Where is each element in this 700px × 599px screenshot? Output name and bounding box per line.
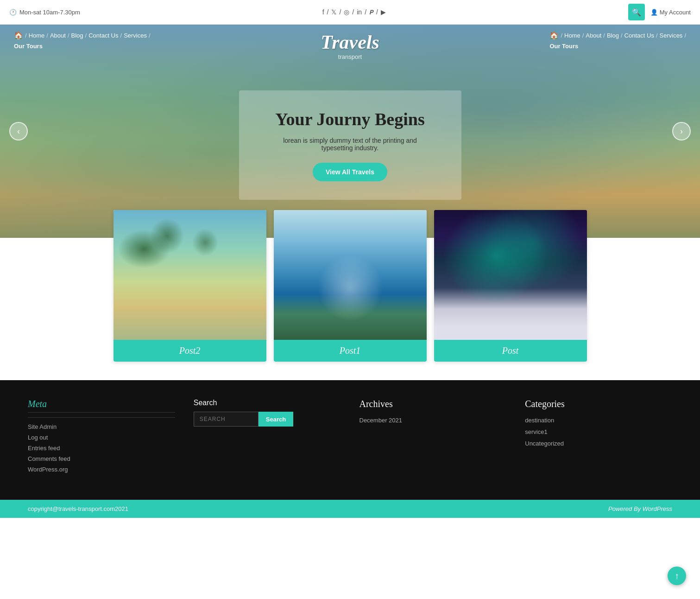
svg-point-14 <box>178 325 183 329</box>
post-card-3-svg <box>434 210 587 340</box>
linkedin-icon[interactable]: in <box>357 8 362 16</box>
nav-services-right[interactable]: Services <box>660 32 683 39</box>
post-card-3[interactable]: Post <box>434 210 587 362</box>
facebook-icon[interactable]: f <box>322 8 324 16</box>
topbar-search-button[interactable]: 🔍 <box>628 4 645 20</box>
site-subtitle: transport <box>321 53 379 60</box>
svg-rect-1 <box>114 284 266 312</box>
svg-point-27 <box>364 280 369 284</box>
home-icon-right[interactable]: 🏠 <box>549 31 559 40</box>
nav-services-left[interactable]: Services <box>124 32 147 39</box>
post-card-2-label: Post1 <box>274 340 427 362</box>
svg-point-34 <box>577 221 578 223</box>
instagram-icon[interactable]: ◎ <box>344 8 349 16</box>
nav-tours-left[interactable]: Our Tours <box>14 43 43 50</box>
hero-content-box: Your Journy Begins lorean is simply dumm… <box>239 90 461 200</box>
sep2: / <box>339 8 341 16</box>
nav-about-left[interactable]: About <box>50 32 66 39</box>
footer-search-input[interactable] <box>194 412 259 427</box>
footer-search-title: Search <box>194 399 341 407</box>
post-card-2[interactable]: Post1 <box>274 210 427 362</box>
footer-categories-title: Categories <box>525 399 672 409</box>
svg-rect-11 <box>171 305 190 318</box>
hero-description: lorean is simply dummy text of the print… <box>267 137 434 152</box>
copyright-text: copyright@travels-transport.com2021 <box>28 505 128 512</box>
view-all-travels-button[interactable]: View All Travels <box>313 163 387 181</box>
nav-row-right: 🏠 / Home / About / Blog / Contact Us / S… <box>549 31 686 40</box>
svg-point-23 <box>319 254 335 263</box>
svg-point-5 <box>133 248 172 265</box>
svg-point-13 <box>176 322 185 331</box>
svg-rect-19 <box>311 266 334 284</box>
nav-home-left[interactable]: Home <box>29 32 45 39</box>
footer-cat-service1[interactable]: service1 <box>525 428 672 435</box>
footer-search-row: Search <box>194 412 341 427</box>
nav-tours-left-row: Our Tours <box>14 43 151 50</box>
sep1: / <box>327 8 329 16</box>
post-card-3-label: Post <box>434 340 587 362</box>
twitter-icon[interactable]: 𝕏 <box>331 8 336 16</box>
footer-logout[interactable]: Log out <box>28 434 175 441</box>
nav-home-right[interactable]: Home <box>564 32 580 39</box>
nav-tours-right[interactable]: Our Tours <box>549 43 578 50</box>
svg-point-24 <box>351 259 366 268</box>
svg-point-4 <box>133 241 172 272</box>
footer: Meta Site Admin Log out Entries feed Com… <box>0 380 700 500</box>
svg-point-8 <box>164 236 201 259</box>
footer-comments-feed[interactable]: Comments feed <box>28 455 175 462</box>
hero-heading: Your Journy Begins <box>267 109 434 129</box>
my-account-link[interactable]: 👤 My Account <box>650 9 691 16</box>
youtube-icon[interactable]: ▶ <box>381 8 386 16</box>
svg-point-30 <box>447 219 448 220</box>
topbar: 🕐 Mon-sat 10am-7.30pm f / 𝕏 / ◎ / in / 𝙋… <box>0 0 700 25</box>
footer-wordpress-org[interactable]: WordPress.org <box>28 466 175 473</box>
svg-rect-28 <box>346 275 349 298</box>
post-card-1-label: Post2 <box>114 340 266 362</box>
svg-point-25 <box>338 280 344 286</box>
nav-contact-right[interactable]: Contact Us <box>624 32 654 39</box>
nav-contact-left[interactable]: Contact Us <box>88 32 118 39</box>
pinterest-icon[interactable]: 𝙋 <box>369 8 373 16</box>
footer-archives: Archives December 2021 <box>359 399 507 477</box>
svg-rect-18 <box>274 210 427 340</box>
footer-site-admin[interactable]: Site Admin <box>28 423 175 430</box>
svg-point-31 <box>471 226 472 227</box>
footer-entries-feed[interactable]: Entries feed <box>28 445 175 452</box>
nav-blog-left[interactable]: Blog <box>71 32 83 39</box>
sep4: / <box>365 8 366 16</box>
hero-section: 🏠 / Home / About / Blog / Contact Us / S… <box>0 25 700 238</box>
svg-point-16 <box>215 325 220 329</box>
svg-point-33 <box>554 228 555 229</box>
home-icon-left[interactable]: 🏠 <box>14 31 23 40</box>
footer-bottom: copyright@travels-transport.com2021 Powe… <box>0 500 700 518</box>
social-links[interactable]: f / 𝕏 / ◎ / in / 𝙋 / ▶ <box>322 8 386 16</box>
nav-left: 🏠 / Home / About / Blog / Contact Us / S… <box>14 31 151 50</box>
post-card-1[interactable]: Post2 <box>114 210 266 362</box>
svg-rect-21 <box>343 270 371 287</box>
footer-search-button[interactable]: Search <box>259 412 293 427</box>
post-card-3-image <box>434 210 587 340</box>
svg-point-36 <box>439 229 550 284</box>
post-card-1-image <box>114 210 266 340</box>
svg-rect-10 <box>169 300 229 326</box>
sep3: / <box>352 8 354 16</box>
nav-blog-right[interactable]: Blog <box>607 32 619 39</box>
footer-categories: Categories destination service1 Uncatego… <box>525 399 672 477</box>
clock-icon: 🕐 <box>9 9 17 16</box>
footer-cat-uncategorized[interactable]: Uncategorized <box>525 440 672 447</box>
topbar-right: 🔍 👤 My Account <box>628 4 691 20</box>
footer-archive-dec2021[interactable]: December 2021 <box>359 417 507 424</box>
hero-prev-button[interactable]: ‹ <box>9 122 28 140</box>
footer-meta: Meta Site Admin Log out Entries feed Com… <box>28 399 175 477</box>
hero-next-button[interactable]: › <box>672 122 691 140</box>
post-card-2-image <box>274 210 427 340</box>
svg-rect-2 <box>114 307 266 340</box>
footer-cat-destination[interactable]: destination <box>525 417 672 424</box>
posts-section: Post2 <box>0 210 700 362</box>
footer-search: Search Search <box>194 399 341 477</box>
svg-point-6 <box>138 240 167 272</box>
powered-by: Powered By WordPress <box>608 505 672 512</box>
nav-tours-right-row: Our Tours <box>549 43 686 50</box>
svg-point-32 <box>526 217 527 218</box>
nav-about-right[interactable]: About <box>586 32 601 39</box>
